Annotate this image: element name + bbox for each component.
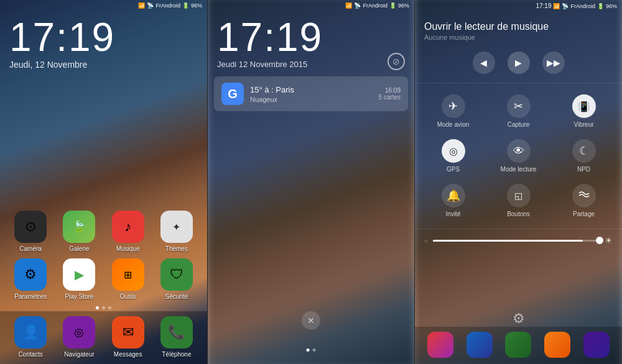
settings-label: Paramètres xyxy=(14,293,47,300)
app-gallery[interactable]: 🍃 Galerie xyxy=(57,211,101,252)
app-grid: ⊙ Caméra 🍃 Galerie ♪ Musique ✦ Thèmes ⚙ … xyxy=(0,211,207,314)
app-security[interactable]: 🛡 Sécurité xyxy=(155,258,198,300)
reading-icon: 👁 xyxy=(507,139,531,163)
navigator-icon: ◎ xyxy=(63,316,95,348)
music-title: Ouvrir le lecteur de musique xyxy=(424,21,613,32)
app-playstore[interactable]: ▶ Play Store xyxy=(57,258,101,300)
brightness-low-icon: ○ xyxy=(424,237,428,244)
battery-icon: 🔋 xyxy=(182,2,189,9)
status-icons-3: 📶 📡 FrAndroid 🔋 96% xyxy=(553,3,617,9)
page-dots-1 xyxy=(6,306,201,309)
qs-gps[interactable]: ◎ GPS xyxy=(421,134,485,178)
capture-icon: ✂ xyxy=(507,94,531,118)
contacts-label: Contacts xyxy=(18,351,42,358)
notification-content: 15° à : Paris Nuageux xyxy=(250,85,372,103)
battery-label-3: 96% xyxy=(606,3,617,9)
qs-npd[interactable]: ☾ NPD xyxy=(552,134,616,178)
app-music[interactable]: ♪ Musique xyxy=(106,211,150,252)
notification-card[interactable]: G 15° à : Paris Nuageux 16:09 5 cartes xyxy=(214,76,408,111)
notification-extra: 5 cartes xyxy=(378,94,401,101)
clock-date-1: Jeudi, 12 Novembre xyxy=(9,60,198,70)
notif-date: Jeudi 12 Novembre 2015 xyxy=(217,60,405,69)
music-prev-button[interactable]: ◀ xyxy=(473,52,495,74)
app-navigator[interactable]: ◎ Navigateur xyxy=(57,316,101,358)
app-messages[interactable]: ✉ Messages xyxy=(106,316,150,358)
camera-label: Caméra xyxy=(19,245,42,252)
guest-icon: 🔔 xyxy=(442,184,465,207)
phone-icon: 📞 xyxy=(160,316,193,348)
app-phone[interactable]: 📞 Téléphone xyxy=(155,316,198,358)
qs-buttons[interactable]: ◱ Boutons xyxy=(486,179,550,222)
qs-airplane-mode[interactable]: ✈ Mode avion xyxy=(421,89,485,133)
gps-icon: ◎ xyxy=(442,139,465,163)
qs-share[interactable]: Partage xyxy=(552,179,616,222)
vibrate-icon: 📳 xyxy=(572,94,596,118)
brand-label: FrAndroid xyxy=(156,2,180,9)
panel-quick-settings: 17:19 📶 📡 FrAndroid 🔋 96% Ouvrir le lect… xyxy=(414,0,622,364)
settings-gear-button[interactable]: ⚙ xyxy=(513,311,525,327)
app-row-2: ⚙ Paramètres ▶ Play Store ⊞ Outils 🛡 Séc… xyxy=(6,258,201,300)
settings-icon: ⚙ xyxy=(14,258,47,291)
divider-1 xyxy=(415,83,622,83)
battery-label: 96% xyxy=(191,2,202,9)
bottom-app-3 xyxy=(505,332,531,358)
brightness-thumb xyxy=(596,237,603,244)
messages-icon: ✉ xyxy=(112,316,144,348)
brightness-high-icon: ☀ xyxy=(605,235,613,245)
status-bar-3: 17:19 📶 📡 FrAndroid 🔋 96% xyxy=(415,0,622,12)
music-subtitle: Aucune musique xyxy=(424,34,613,41)
wifi-icon-2: 📡 xyxy=(354,2,361,9)
share-icon xyxy=(572,184,596,207)
gallery-label: Galerie xyxy=(69,245,89,252)
reading-label: Mode lecture xyxy=(501,166,537,173)
close-notifications-button[interactable]: ✕ xyxy=(302,311,320,330)
status-bar-2: 📶 📡 FrAndroid 🔋 96% xyxy=(208,0,414,11)
panel-notifications: 📶 📡 FrAndroid 🔋 96% 17:19 Jeudi 12 Novem… xyxy=(207,0,414,364)
app-themes[interactable]: ✦ Thèmes xyxy=(155,211,198,252)
compass-icon[interactable]: ⊘ xyxy=(388,53,405,70)
gallery-icon: 🍃 xyxy=(63,211,95,243)
dot-1 xyxy=(96,306,99,309)
battery-icon-2: 🔋 xyxy=(389,2,396,9)
panel-lockscreen: 📶 📡 FrAndroid 🔋 96% 17:19 Jeudi, 12 Nove… xyxy=(0,0,207,364)
brand-label-3: FrAndroid xyxy=(570,3,595,9)
qs-reading-mode[interactable]: 👁 Mode lecture xyxy=(486,134,550,178)
panel2-dot-active xyxy=(307,348,310,352)
brightness-slider[interactable] xyxy=(433,240,600,242)
google-g-icon: G xyxy=(228,87,238,101)
music-play-button[interactable]: ▶ xyxy=(508,52,530,74)
panel2-dot-2 xyxy=(313,348,316,352)
signal-icon-2: 📶 xyxy=(345,2,352,9)
tools-label: Outils xyxy=(120,293,136,300)
dock: 👤 Contacts ◎ Navigateur ✉ Messages 📞 Tél… xyxy=(0,311,207,364)
signal-icon: 📶 xyxy=(138,2,145,9)
qs-capture[interactable]: ✂ Capture xyxy=(486,89,550,133)
status-icons-2: 📶 📡 FrAndroid 🔋 96% xyxy=(345,2,409,9)
notification-app-icon: G xyxy=(221,83,244,105)
music-header: Ouvrir le lecteur de musique Aucune musi… xyxy=(415,12,622,44)
npd-label: NPD xyxy=(577,166,590,173)
dot-3 xyxy=(108,306,111,309)
notification-time: 16:09 xyxy=(378,87,401,94)
notification-meta: 16:09 5 cartes xyxy=(378,87,401,101)
notif-time: 17:19 xyxy=(217,17,405,57)
qs-vibrate[interactable]: 📳 Vibreur xyxy=(552,89,616,133)
app-contacts[interactable]: 👤 Contacts xyxy=(9,316,52,358)
app-tools[interactable]: ⊞ Outils xyxy=(106,258,150,300)
security-label: Sécurité xyxy=(165,293,188,300)
camera-icon: ⊙ xyxy=(14,211,47,243)
app-settings[interactable]: ⚙ Paramètres xyxy=(9,258,52,300)
signal-icon-3: 📶 xyxy=(553,3,560,9)
playstore-label: Play Store xyxy=(65,293,93,300)
navigator-label: Navigateur xyxy=(64,351,94,358)
app-camera[interactable]: ⊙ Caméra xyxy=(9,211,52,252)
clock-time-1: 17:19 xyxy=(9,17,198,57)
panel3-bottom-apps xyxy=(415,327,622,364)
notification-subtitle: Nuageux xyxy=(250,96,372,103)
music-icon: ♪ xyxy=(112,211,144,243)
security-icon: 🛡 xyxy=(160,258,193,291)
wifi-icon: 📡 xyxy=(147,2,154,9)
music-label: Musique xyxy=(116,245,140,252)
music-next-button[interactable]: ▶▶ xyxy=(542,52,565,74)
qs-guest[interactable]: 🔔 Invité xyxy=(421,179,485,222)
